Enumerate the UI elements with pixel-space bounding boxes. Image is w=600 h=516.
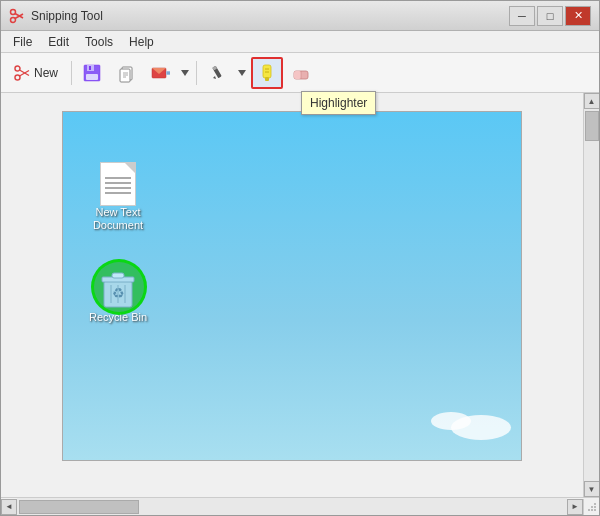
save-button[interactable] — [76, 57, 108, 89]
new-text-document-label: New TextDocument — [93, 206, 143, 232]
toolbar: New — [1, 53, 599, 93]
scroll-down-button[interactable]: ▼ — [584, 481, 600, 497]
pen-dropdown-button[interactable] — [235, 57, 249, 89]
new-button[interactable]: New — [5, 57, 67, 89]
title-bar: Snipping Tool ─ □ ✕ — [1, 1, 599, 31]
doc-line-3 — [105, 187, 131, 189]
doc-line-1 — [105, 177, 131, 179]
vertical-scrollbar: ▲ ▼ — [583, 93, 599, 497]
pen-chevron-icon — [238, 70, 246, 76]
scroll-track-vertical[interactable] — [584, 109, 599, 481]
doc-lines — [105, 177, 131, 197]
menu-file[interactable]: File — [5, 33, 40, 51]
snipping-tool-window: Snipping Tool ─ □ ✕ File Edit Tools Help… — [0, 0, 600, 516]
scroll-thumb-horizontal[interactable] — [19, 500, 139, 514]
send-icon — [150, 63, 170, 83]
svg-point-44 — [591, 506, 593, 508]
document-icon-image — [100, 162, 136, 206]
svg-rect-31 — [294, 71, 301, 79]
svg-rect-10 — [86, 74, 98, 80]
svg-point-1 — [11, 17, 16, 22]
svg-point-43 — [588, 509, 590, 511]
resize-grip-icon — [587, 502, 597, 512]
eraser-button[interactable] — [285, 57, 317, 89]
pen-button[interactable] — [201, 57, 233, 89]
scroll-right-button[interactable]: ► — [567, 499, 583, 515]
menu-edit[interactable]: Edit — [40, 33, 77, 51]
send-button[interactable] — [144, 57, 176, 89]
pen-icon — [207, 63, 227, 83]
menu-bar: File Edit Tools Help — [1, 31, 599, 53]
menu-tools[interactable]: Tools — [77, 33, 121, 51]
minimize-button[interactable]: ─ — [509, 6, 535, 26]
resize-grip[interactable] — [583, 499, 599, 515]
doc-line-2 — [105, 182, 131, 184]
doc-line-4 — [105, 192, 131, 194]
recycle-bin-wrapper: ♻ — [99, 267, 137, 311]
scroll-area[interactable]: New TextDocument — [1, 93, 583, 497]
svg-point-40 — [594, 509, 596, 511]
svg-point-0 — [11, 9, 16, 14]
content-area: New TextDocument — [1, 93, 599, 497]
svg-point-45 — [594, 503, 596, 505]
scissors-icon — [9, 8, 25, 24]
save-icon — [82, 63, 102, 83]
scroll-up-button[interactable]: ▲ — [584, 93, 600, 109]
eraser-icon — [291, 63, 311, 83]
highlighter-tooltip: Highlighter — [301, 91, 376, 115]
separator-2 — [196, 61, 197, 85]
svg-point-4 — [15, 66, 20, 71]
svg-rect-11 — [89, 66, 91, 70]
new-text-document-icon[interactable]: New TextDocument — [83, 162, 153, 232]
scissors-new-icon — [14, 65, 30, 81]
svg-marker-23 — [213, 76, 216, 79]
copy-button[interactable] — [110, 57, 142, 89]
svg-marker-25 — [238, 70, 246, 76]
chevron-down-icon — [181, 70, 189, 76]
cloud-2 — [431, 412, 471, 430]
separator-1 — [71, 61, 72, 85]
window-title: Snipping Tool — [31, 9, 103, 23]
tooltip-text: Highlighter — [310, 96, 367, 110]
svg-point-5 — [15, 75, 20, 80]
svg-rect-35 — [112, 273, 124, 278]
svg-marker-21 — [181, 70, 189, 76]
recycle-bin-icon[interactable]: ♻ Recycle Bin — [83, 267, 153, 324]
scroll-track-horizontal[interactable] — [17, 498, 567, 515]
maximize-button[interactable]: □ — [537, 6, 563, 26]
copy-icon — [116, 63, 136, 83]
scroll-left-button[interactable]: ◄ — [1, 499, 17, 515]
svg-point-42 — [594, 506, 596, 508]
screenshot-container: New TextDocument — [62, 111, 522, 461]
scroll-thumb-vertical[interactable] — [585, 111, 599, 141]
new-label: New — [34, 66, 58, 80]
svg-rect-27 — [265, 77, 269, 81]
title-bar-controls: ─ □ ✕ — [509, 6, 591, 26]
title-bar-left: Snipping Tool — [9, 8, 103, 24]
menu-help[interactable]: Help — [121, 33, 162, 51]
svg-point-41 — [591, 509, 593, 511]
close-button[interactable]: ✕ — [565, 6, 591, 26]
highlighter-icon — [257, 63, 277, 83]
recycle-bin-svg: ♻ — [99, 267, 137, 311]
horizontal-scrollbar: ◄ ► — [1, 498, 583, 515]
bottom-bar: ◄ ► — [1, 497, 599, 515]
highlighter-button[interactable] — [251, 57, 283, 89]
send-dropdown-button[interactable] — [178, 57, 192, 89]
